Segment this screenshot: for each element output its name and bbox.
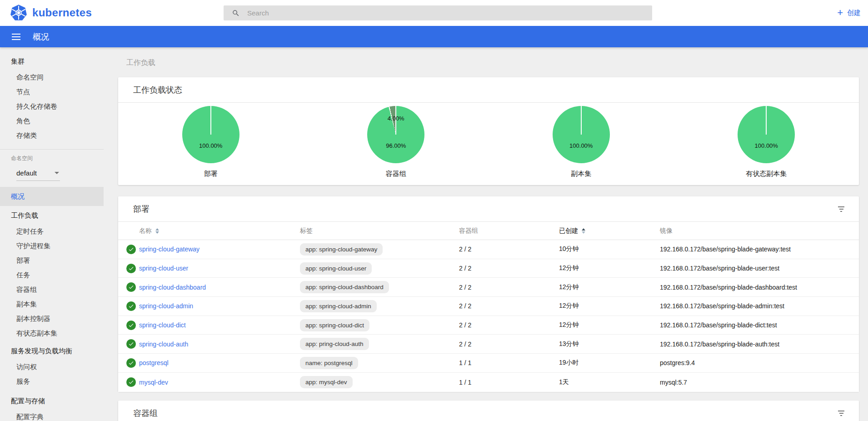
sidebar-item-cron-jobs[interactable]: 定时任务	[0, 224, 104, 239]
image-name: 192.168.0.172/base/spring-blade-auth:tes…	[660, 341, 839, 348]
page-title: 工作负载	[126, 58, 155, 68]
label-pill: app: spring-cloud-gateway	[300, 243, 383, 256]
image-name: 192.168.0.172/base/spring-blade-gateway:…	[660, 246, 839, 253]
sidebar-divider	[0, 149, 104, 150]
workload-status-chart: 4.00% 96.00% 容器组	[304, 103, 489, 185]
sidebar-item-ingresses[interactable]: 访问权	[0, 360, 104, 374]
image-name: mysql:5.7	[660, 379, 839, 386]
label-pill: app: spring-cloud-user	[300, 262, 372, 275]
created-age: 12分钟	[559, 264, 660, 272]
pods-count: 2 / 2	[459, 302, 559, 310]
column-header-created[interactable]: 已创建	[559, 227, 660, 235]
sidebar-item-jobs[interactable]: 任务	[0, 268, 104, 282]
deployment-name-link[interactable]: spring-cloud-user	[139, 265, 188, 272]
menu-icon[interactable]	[12, 34, 20, 40]
pie-chart-label: 容器组	[386, 170, 406, 178]
label-pill: app: mysql-dev	[300, 376, 353, 388]
pie-chart-label: 部署	[204, 170, 218, 178]
image-name: 192.168.0.172/base/spring-blade-dashboar…	[660, 284, 839, 291]
table-row: spring-cloud-gateway app: spring-cloud-g…	[118, 240, 859, 259]
sort-icon	[155, 228, 159, 234]
sidebar-item-pods[interactable]: 容器组	[0, 282, 104, 297]
column-header-name[interactable]: 名称	[139, 227, 300, 235]
image-name: 192.168.0.172/base/spring-blade-admin:te…	[660, 302, 839, 310]
pie-main-percent: 96.00%	[367, 142, 424, 149]
main-content: 工作负载 工作负载状态 100.00% 部署 4.00% 96.00% 容器组 …	[104, 47, 868, 421]
filter-icon[interactable]	[836, 205, 846, 214]
created-age: 12分钟	[559, 321, 660, 329]
brand-title: kubernetes	[32, 6, 92, 19]
namespace-select[interactable]: default	[0, 165, 104, 182]
deployments-card-title: 部署	[133, 204, 150, 215]
deployment-name-link[interactable]: spring-cloud-dashboard	[139, 284, 206, 291]
pods-count: 2 / 2	[459, 321, 559, 329]
column-header-pods[interactable]: 容器组	[459, 227, 559, 235]
sidebar-item-workloads[interactable]: 工作负载	[0, 207, 104, 224]
label-pill: app: pring-cloud-auth	[300, 338, 369, 350]
sidebar-item-daemon-sets[interactable]: 守护进程集	[0, 239, 104, 253]
sidebar-item-namespaces[interactable]: 命名空间	[0, 70, 104, 85]
top-header: kubernetes + 创建	[0, 0, 868, 26]
sidebar-item-replica-sets[interactable]: 副本集	[0, 297, 104, 311]
deployment-name-link[interactable]: spring-cloud-auth	[139, 341, 188, 348]
table-row: spring-cloud-dict app: spring-cloud-dict…	[118, 316, 859, 335]
sidebar-item-roles[interactable]: 角色	[0, 114, 104, 128]
sort-icon-active	[582, 228, 585, 234]
filter-icon[interactable]	[836, 409, 846, 418]
sidebar-item-cluster[interactable]: 集群	[0, 53, 104, 70]
workload-status-chart: 100.00% 部署	[118, 103, 304, 185]
created-age: 1天	[559, 378, 660, 386]
pods-count: 1 / 1	[459, 359, 559, 366]
search-input[interactable]	[246, 9, 621, 17]
pie-main-percent: 100.00%	[738, 142, 795, 149]
plus-icon: +	[837, 8, 843, 18]
pods-count: 2 / 2	[459, 246, 559, 253]
sidebar-item-deployments[interactable]: 部署	[0, 253, 104, 268]
deployment-name-link[interactable]: mysql-dev	[139, 379, 168, 386]
label-pill: name: postgresql	[300, 357, 358, 369]
search-bar[interactable]	[224, 5, 652, 20]
pie-chart: 100.00%	[738, 106, 795, 163]
created-age: 13分钟	[559, 340, 660, 348]
pie-main-percent: 100.00%	[182, 142, 239, 149]
kubernetes-logo-icon	[10, 4, 27, 21]
deployment-name-link[interactable]: spring-cloud-gateway	[139, 246, 200, 253]
created-age: 12分钟	[559, 302, 660, 310]
workload-status-chart: 100.00% 副本集	[489, 103, 674, 185]
sidebar-item-stateful-sets[interactable]: 有状态副本集	[0, 326, 104, 341]
pie-divider-line	[766, 106, 767, 135]
deployments-table-header: 名称 标签 容器组 已创建 镜像	[118, 222, 859, 240]
workload-status-chart: 100.00% 有状态副本集	[674, 103, 859, 185]
status-ok-icon	[126, 301, 136, 311]
deployment-name-link[interactable]: spring-cloud-dict	[139, 321, 186, 329]
column-header-labels[interactable]: 标签	[300, 227, 459, 235]
sidebar-item-discovery[interactable]: 服务发现与负载均衡	[0, 342, 104, 360]
sidebar-item-services[interactable]: 服务	[0, 374, 104, 389]
sidebar-item-overview[interactable]: 概况	[0, 187, 104, 206]
pie-main-percent: 100.00%	[553, 142, 610, 149]
sidebar-item-nodes[interactable]: 节点	[0, 85, 104, 99]
sidebar-namespace-caption: 命名空间	[0, 152, 104, 164]
status-ok-icon	[126, 339, 136, 349]
search-icon	[232, 9, 240, 17]
brand: kubernetes	[10, 4, 92, 21]
pie-chart: 4.00% 96.00%	[367, 106, 424, 163]
sidebar-item-storage-classes[interactable]: 存储类	[0, 128, 104, 143]
deployment-name-link[interactable]: spring-cloud-admin	[139, 302, 193, 310]
image-name: 192.168.0.172/base/spring-blade-user:tes…	[660, 265, 839, 272]
pods-count: 2 / 2	[459, 341, 559, 348]
column-header-images[interactable]: 镜像	[660, 227, 839, 235]
sidebar-item-persistent-volumes[interactable]: 持久化存储卷	[0, 99, 104, 114]
sidebar-item-config-storage[interactable]: 配置与存储	[0, 392, 104, 410]
toolbar-title: 概况	[33, 31, 49, 42]
status-ok-icon	[126, 282, 136, 292]
pie-chart: 100.00%	[182, 106, 239, 163]
create-button[interactable]: + 创建	[837, 0, 861, 26]
workload-status-charts: 100.00% 部署 4.00% 96.00% 容器组 100.00% 副本集 …	[118, 103, 859, 185]
sidebar-item-config-maps[interactable]: 配置字典	[0, 410, 104, 421]
deployment-name-link[interactable]: postgresql	[139, 359, 169, 366]
pie-chart: 100.00%	[553, 106, 610, 163]
status-ok-icon	[126, 321, 136, 330]
create-button-label: 创建	[847, 9, 861, 17]
sidebar-item-replication-controllers[interactable]: 副本控制器	[0, 311, 104, 326]
